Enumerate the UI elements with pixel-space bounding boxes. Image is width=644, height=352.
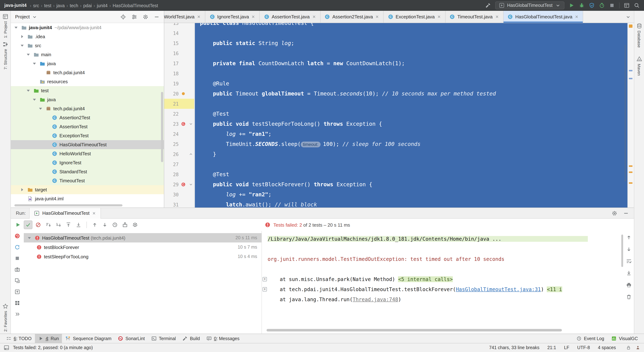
tree-expanded-arrow-icon[interactable] [13,25,19,30]
gutter-line[interactable]: 14 [164,28,194,38]
toolwindow-button-terminal[interactable]: Terminal [148,334,179,343]
breadcrumb-item[interactable]: java [56,3,65,8]
gutter-line[interactable]: 31 [164,200,194,208]
tree-expanded-arrow-icon[interactable] [25,52,31,58]
settings-icon[interactable] [143,14,148,20]
thread-dump-button[interactable] [14,278,20,284]
error-stripe-mark[interactable] [629,165,632,167]
history-button[interactable] [110,220,119,229]
error-stripe-mark[interactable] [629,70,632,71]
gutter-line[interactable]: 21 [164,99,194,109]
project-tree-item[interactable]: main [11,50,164,59]
error-stripe-mark[interactable] [629,78,632,79]
toolwindow-stripe-button[interactable]: 7: Structure [2,42,8,70]
gutter-line[interactable]: 25 [164,139,194,149]
window-icon[interactable] [624,2,630,8]
toolwindow-button-build[interactable]: Build [179,334,203,343]
code-line[interactable] [195,159,628,169]
stack-expand-icon[interactable]: + [262,277,267,282]
code-line[interactable]: @Rule [195,78,628,89]
project-tree-item[interactable]: java [11,95,164,104]
close-icon[interactable] [495,14,499,19]
build-icon[interactable] [485,2,491,8]
toolwindow-stripe-button[interactable]: 1: Project [2,14,8,38]
tree-expanded-arrow-icon[interactable] [31,97,37,102]
close-icon[interactable] [197,14,201,19]
gutter-line[interactable]: 23 [164,119,194,129]
project-tree-item[interactable]: CIgnoreTest [11,158,164,167]
code-line[interactable] [195,99,628,109]
show-passed-button[interactable] [24,220,32,229]
gutter-line[interactable]: 20 [164,89,194,99]
tree-expanded-arrow-icon[interactable] [27,235,32,241]
project-tree-item[interactable]: tech.pdai.junit4 [11,104,164,113]
editor-tab[interactable]: CAssertionTest.java [260,11,320,23]
close-icon[interactable] [437,14,441,19]
search-icon[interactable] [634,2,640,8]
toolwindow-button-event-log[interactable]: Event Log [573,334,608,343]
tree-expanded-arrow-icon[interactable] [19,43,25,48]
status-item[interactable]: LF [564,345,569,350]
error-stripe-mark[interactable] [629,182,632,184]
code-line[interactable]: TimeUnit.SECONDS.sleep(timeout:100); // … [195,139,628,149]
hide-icon[interactable] [154,14,160,20]
down-button[interactable] [626,246,632,252]
more-button[interactable] [14,311,20,317]
softwrap-button[interactable] [626,258,632,264]
code-line[interactable] [195,28,628,38]
status-item[interactable]: 741 chars, 33 line breaks [489,345,539,350]
project-tree-item[interactable]: CExceptionTest [11,131,164,140]
gutter-line[interactable]: 30 [164,190,194,200]
up-button[interactable] [626,234,632,240]
rerun-failed-test-icon[interactable] [181,182,186,187]
editor-tab[interactable]: CTimeoutTest.java [446,11,504,23]
toolwindow-stripe-button[interactable]: 2: Favorites [2,303,8,332]
status-item[interactable]: 4 spaces [598,345,616,350]
collapse-all-button[interactable] [64,220,73,229]
project-tree-item[interactable]: CHasGlobalTimeoutTest [11,140,164,149]
gutter-line[interactable]: 27 [164,159,194,169]
run-tab[interactable]: HasGlobalTimeoutTest [29,208,101,218]
toolwindow-button-sequence-diagram[interactable]: Sequence Diagram [62,334,115,343]
close-icon[interactable] [251,14,255,19]
gutter-line[interactable]: 19 [164,78,194,89]
editor-scrollbar[interactable] [624,45,626,182]
view-options-icon[interactable] [132,14,137,20]
gutter-line[interactable]: 16 [164,48,194,58]
project-tree-item[interactable]: .idea [11,32,164,41]
gutter-line[interactable]: 24 [164,129,194,139]
fold-icon[interactable] [188,152,193,156]
console-horizontal-scrollbar[interactable] [266,329,562,332]
debug-button[interactable] [579,2,584,8]
tree-expanded-arrow-icon[interactable] [31,61,37,66]
prev-failed-button[interactable] [90,220,99,229]
lock-icon[interactable] [626,345,631,350]
console-line[interactable] [262,244,624,254]
code-line[interactable]: public class HasGlobalTimeoutTest { [195,23,628,28]
editor-tab[interactable]: CExceptionTest.java [384,11,446,23]
toolwindow-switcher-icon[interactable] [4,345,9,350]
toolwindow-button-sonarlint[interactable]: SonarLint [115,334,148,343]
close-icon[interactable] [375,14,380,19]
editor-tab[interactable]: CWorldTest.java [164,11,205,23]
settings-button[interactable] [131,220,140,229]
pin-button[interactable] [14,300,20,306]
close-icon[interactable] [92,211,96,215]
clear-button[interactable] [626,294,632,300]
stop-button[interactable] [609,2,615,8]
gutter-line[interactable]: 18 [164,68,194,78]
test-tree-item[interactable]: testBlockForever10 s 7 ms [24,242,262,252]
toolwindow-button-todo[interactable]: 6: TODO [3,334,35,343]
scroll-end-button[interactable] [626,270,632,276]
code-line[interactable]: log += "ran2"; [195,190,628,200]
project-tree-item[interactable]: resources [11,77,164,86]
project-tree-item[interactable]: test [11,86,164,95]
tree-expanded-arrow-icon[interactable] [25,88,31,94]
project-tree-item[interactable]: CStandardTest [11,167,164,176]
chevron-down-icon[interactable] [32,14,38,20]
breadcrumb-item[interactable]: src [33,3,39,8]
gutter-line[interactable]: 15 [164,38,194,48]
error-stripe-mark[interactable] [629,24,632,28]
stop-button[interactable] [14,256,20,261]
editor-tab[interactable]: CHasGlobalTimeoutTest.java [503,11,583,23]
